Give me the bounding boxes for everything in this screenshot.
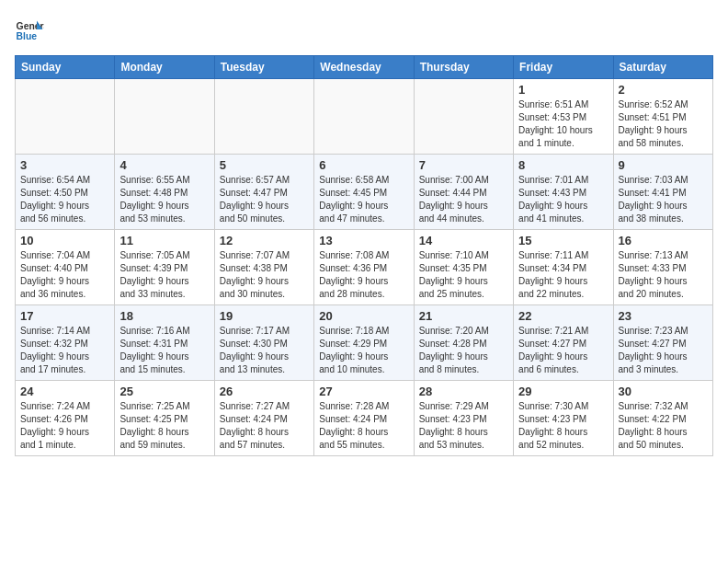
day-info: Sunrise: 7:01 AM Sunset: 4:43 PM Dayligh… [518, 174, 608, 225]
weekday-wednesday: Wednesday [314, 56, 414, 79]
day-info: Sunrise: 7:27 AM Sunset: 4:24 PM Dayligh… [220, 400, 309, 452]
day-info: Sunrise: 7:17 AM Sunset: 4:30 PM Dayligh… [220, 325, 309, 376]
weekday-saturday: Saturday [613, 56, 712, 79]
day-cell: 12Sunrise: 7:07 AM Sunset: 4:38 PM Dayli… [214, 230, 313, 305]
day-info: Sunrise: 7:14 AM Sunset: 4:32 PM Dayligh… [20, 325, 109, 376]
day-number: 19 [220, 309, 309, 323]
day-cell: 14Sunrise: 7:10 AM Sunset: 4:35 PM Dayli… [414, 230, 513, 305]
day-cell: 25Sunrise: 7:25 AM Sunset: 4:25 PM Dayli… [115, 381, 214, 456]
day-cell: 6Sunrise: 6:58 AM Sunset: 4:45 PM Daylig… [314, 155, 414, 230]
day-info: Sunrise: 7:32 AM Sunset: 4:22 PM Dayligh… [619, 400, 708, 452]
day-cell: 22Sunrise: 7:21 AM Sunset: 4:27 PM Dayli… [514, 305, 613, 381]
day-cell: 11Sunrise: 7:05 AM Sunset: 4:39 PM Dayli… [115, 230, 214, 305]
day-number: 23 [619, 309, 708, 323]
day-info: Sunrise: 7:00 AM Sunset: 4:44 PM Dayligh… [419, 174, 508, 225]
day-number: 26 [220, 385, 309, 398]
day-number: 7 [419, 158, 508, 172]
day-info: Sunrise: 7:11 AM Sunset: 4:34 PM Dayligh… [518, 249, 608, 301]
day-number: 20 [319, 309, 408, 323]
day-number: 13 [319, 234, 408, 247]
day-info: Sunrise: 6:51 AM Sunset: 4:53 PM Dayligh… [518, 98, 608, 150]
calendar-body: 1Sunrise: 6:51 AM Sunset: 4:53 PM Daylig… [16, 79, 713, 456]
day-cell [414, 79, 513, 155]
day-cell: 1Sunrise: 6:51 AM Sunset: 4:53 PM Daylig… [514, 79, 613, 155]
day-cell [115, 79, 214, 155]
day-number: 9 [619, 158, 708, 172]
day-info: Sunrise: 6:57 AM Sunset: 4:47 PM Dayligh… [220, 174, 309, 225]
day-number: 10 [20, 234, 109, 247]
logo-icon: General Blue [15, 15, 44, 44]
day-number: 17 [20, 309, 109, 323]
day-number: 30 [619, 385, 708, 398]
day-info: Sunrise: 6:52 AM Sunset: 4:51 PM Dayligh… [619, 98, 708, 150]
day-info: Sunrise: 7:24 AM Sunset: 4:26 PM Dayligh… [20, 400, 109, 452]
day-info: Sunrise: 6:54 AM Sunset: 4:50 PM Dayligh… [20, 174, 109, 225]
day-number: 14 [419, 234, 508, 247]
day-number: 1 [518, 83, 608, 97]
logo: General Blue [15, 15, 48, 44]
day-cell: 28Sunrise: 7:29 AM Sunset: 4:23 PM Dayli… [414, 381, 513, 456]
day-cell: 20Sunrise: 7:18 AM Sunset: 4:29 PM Dayli… [314, 305, 414, 381]
day-cell: 18Sunrise: 7:16 AM Sunset: 4:31 PM Dayli… [115, 305, 214, 381]
weekday-monday: Monday [115, 56, 214, 79]
day-number: 6 [319, 158, 408, 172]
day-cell [16, 79, 115, 155]
day-cell: 19Sunrise: 7:17 AM Sunset: 4:30 PM Dayli… [214, 305, 313, 381]
day-cell [214, 79, 313, 155]
week-row-1: 1Sunrise: 6:51 AM Sunset: 4:53 PM Daylig… [16, 79, 713, 155]
day-cell: 27Sunrise: 7:28 AM Sunset: 4:24 PM Dayli… [314, 381, 414, 456]
day-info: Sunrise: 7:28 AM Sunset: 4:24 PM Dayligh… [319, 400, 408, 452]
day-number: 12 [220, 234, 309, 247]
day-number: 25 [119, 385, 209, 398]
page-header: General Blue [15, 15, 713, 44]
day-info: Sunrise: 7:29 AM Sunset: 4:23 PM Dayligh… [419, 400, 508, 452]
day-info: Sunrise: 7:10 AM Sunset: 4:35 PM Dayligh… [419, 249, 508, 301]
week-row-5: 24Sunrise: 7:24 AM Sunset: 4:26 PM Dayli… [16, 381, 713, 456]
day-cell: 16Sunrise: 7:13 AM Sunset: 4:33 PM Dayli… [613, 230, 712, 305]
day-number: 16 [619, 234, 708, 247]
day-number: 28 [419, 385, 508, 398]
day-cell: 13Sunrise: 7:08 AM Sunset: 4:36 PM Dayli… [314, 230, 414, 305]
day-cell [314, 79, 414, 155]
day-info: Sunrise: 7:05 AM Sunset: 4:39 PM Dayligh… [119, 249, 209, 301]
day-info: Sunrise: 7:25 AM Sunset: 4:25 PM Dayligh… [119, 400, 209, 452]
day-number: 21 [419, 309, 508, 323]
day-cell: 21Sunrise: 7:20 AM Sunset: 4:28 PM Dayli… [414, 305, 513, 381]
day-cell: 5Sunrise: 6:57 AM Sunset: 4:47 PM Daylig… [214, 155, 313, 230]
weekday-header-row: SundayMondayTuesdayWednesdayThursdayFrid… [16, 56, 713, 79]
day-cell: 15Sunrise: 7:11 AM Sunset: 4:34 PM Dayli… [514, 230, 613, 305]
day-info: Sunrise: 7:08 AM Sunset: 4:36 PM Dayligh… [319, 249, 408, 301]
day-number: 24 [20, 385, 109, 398]
svg-text:Blue: Blue [17, 31, 38, 41]
day-cell: 24Sunrise: 7:24 AM Sunset: 4:26 PM Dayli… [16, 381, 115, 456]
day-cell: 9Sunrise: 7:03 AM Sunset: 4:41 PM Daylig… [613, 155, 712, 230]
weekday-friday: Friday [514, 56, 613, 79]
day-info: Sunrise: 6:58 AM Sunset: 4:45 PM Dayligh… [319, 174, 408, 225]
day-cell: 2Sunrise: 6:52 AM Sunset: 4:51 PM Daylig… [613, 79, 712, 155]
week-row-4: 17Sunrise: 7:14 AM Sunset: 4:32 PM Dayli… [16, 305, 713, 381]
day-cell: 7Sunrise: 7:00 AM Sunset: 4:44 PM Daylig… [414, 155, 513, 230]
weekday-tuesday: Tuesday [214, 56, 313, 79]
day-info: Sunrise: 7:18 AM Sunset: 4:29 PM Dayligh… [319, 325, 408, 376]
day-cell: 30Sunrise: 7:32 AM Sunset: 4:22 PM Dayli… [613, 381, 712, 456]
day-info: Sunrise: 7:07 AM Sunset: 4:38 PM Dayligh… [220, 249, 309, 301]
day-info: Sunrise: 7:03 AM Sunset: 4:41 PM Dayligh… [619, 174, 708, 225]
day-info: Sunrise: 6:55 AM Sunset: 4:48 PM Dayligh… [119, 174, 209, 225]
day-cell: 8Sunrise: 7:01 AM Sunset: 4:43 PM Daylig… [514, 155, 613, 230]
day-cell: 3Sunrise: 6:54 AM Sunset: 4:50 PM Daylig… [16, 155, 115, 230]
weekday-thursday: Thursday [414, 56, 513, 79]
day-info: Sunrise: 7:20 AM Sunset: 4:28 PM Dayligh… [419, 325, 508, 376]
weekday-sunday: Sunday [16, 56, 115, 79]
day-cell: 10Sunrise: 7:04 AM Sunset: 4:40 PM Dayli… [16, 230, 115, 305]
day-number: 29 [518, 385, 608, 398]
day-number: 4 [119, 158, 209, 172]
day-cell: 26Sunrise: 7:27 AM Sunset: 4:24 PM Dayli… [214, 381, 313, 456]
day-cell: 23Sunrise: 7:23 AM Sunset: 4:27 PM Dayli… [613, 305, 712, 381]
day-info: Sunrise: 7:30 AM Sunset: 4:23 PM Dayligh… [518, 400, 608, 452]
day-info: Sunrise: 7:16 AM Sunset: 4:31 PM Dayligh… [119, 325, 209, 376]
day-number: 5 [220, 158, 309, 172]
day-cell: 4Sunrise: 6:55 AM Sunset: 4:48 PM Daylig… [115, 155, 214, 230]
day-info: Sunrise: 7:21 AM Sunset: 4:27 PM Dayligh… [518, 325, 608, 376]
day-info: Sunrise: 7:04 AM Sunset: 4:40 PM Dayligh… [20, 249, 109, 301]
day-cell: 17Sunrise: 7:14 AM Sunset: 4:32 PM Dayli… [16, 305, 115, 381]
